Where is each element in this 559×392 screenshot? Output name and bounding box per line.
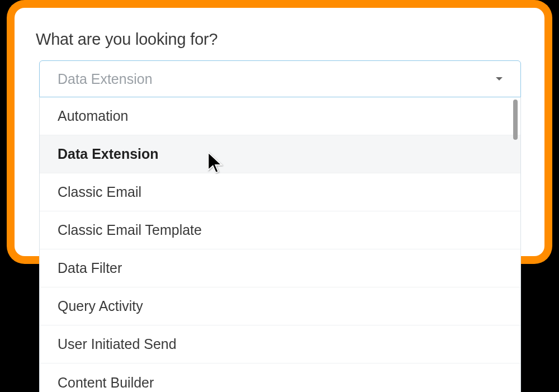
dropdown: Data Extension Automation Data Extension… bbox=[39, 60, 521, 97]
dropdown-placeholder: Data Extension bbox=[58, 71, 153, 87]
option-label: Query Activity bbox=[58, 298, 143, 314]
option-label: Classic Email Template bbox=[58, 222, 202, 238]
dropdown-option-query-activity[interactable]: Query Activity bbox=[40, 287, 520, 325]
dropdown-option-data-extension[interactable]: Data Extension bbox=[40, 135, 520, 173]
dropdown-option-user-initiated-send[interactable]: User Initiated Send bbox=[40, 325, 520, 363]
caret-down-icon bbox=[496, 77, 503, 81]
dropdown-option-classic-email-template[interactable]: Classic Email Template bbox=[40, 211, 520, 249]
option-label: Classic Email bbox=[58, 184, 141, 200]
dropdown-option-content-builder[interactable]: Content Builder bbox=[40, 363, 520, 392]
dropdown-option-data-filter[interactable]: Data Filter bbox=[40, 249, 520, 287]
option-label: User Initiated Send bbox=[58, 336, 177, 352]
dropdown-option-classic-email[interactable]: Classic Email bbox=[40, 173, 520, 211]
dropdown-list[interactable]: Automation Data Extension Classic Email … bbox=[39, 97, 521, 392]
option-label: Automation bbox=[58, 108, 128, 124]
option-label: Data Extension bbox=[58, 146, 159, 162]
option-label: Data Filter bbox=[58, 260, 122, 276]
dropdown-trigger[interactable]: Data Extension bbox=[39, 60, 521, 97]
option-label: Content Builder bbox=[58, 375, 154, 391]
dropdown-option-automation[interactable]: Automation bbox=[40, 97, 520, 135]
prompt-label: What are you looking for? bbox=[36, 30, 529, 49]
scrollbar-thumb[interactable] bbox=[513, 100, 518, 140]
